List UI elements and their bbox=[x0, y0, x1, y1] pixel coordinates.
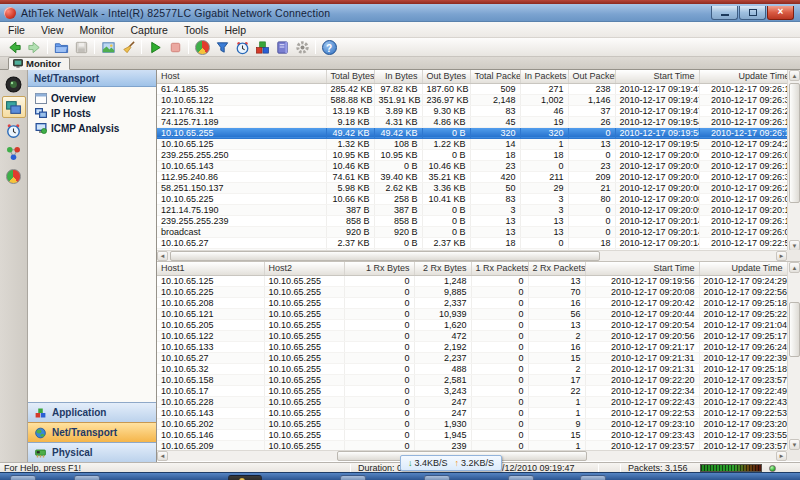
cell[interactable]: 920 B bbox=[374, 226, 422, 237]
cell[interactable]: 2010-12-17 09:20:54 bbox=[585, 319, 699, 330]
scroll-left-icon[interactable]: ◄ bbox=[157, 251, 168, 261]
cell[interactable]: 10,939 bbox=[414, 308, 471, 319]
taskbar-button[interactable] bbox=[340, 475, 366, 480]
cell[interactable]: 17 bbox=[528, 374, 585, 385]
monitor-view-button[interactable] bbox=[2, 96, 26, 118]
cell[interactable]: 247 bbox=[414, 396, 471, 407]
column-header[interactable]: Total Packets bbox=[470, 70, 520, 83]
cell[interactable]: 0 bbox=[344, 429, 414, 440]
cell[interactable]: 23 bbox=[470, 160, 520, 171]
host-table-hscrollbar[interactable]: ◄ ► bbox=[157, 250, 787, 261]
cell[interactable]: 2010-12-17 09:23:20 bbox=[699, 418, 787, 429]
cell[interactable]: 2010-12-17 09:20:44 bbox=[585, 308, 699, 319]
cell[interactable]: 236.97 KB bbox=[422, 94, 470, 105]
cell[interactable]: 3 bbox=[520, 193, 568, 204]
cell[interactable]: 10.10.65.255 bbox=[264, 418, 344, 429]
cell[interactable]: 0 bbox=[344, 275, 414, 286]
table-row[interactable]: 61.4.185.35285.42 KB97.82 KB187.60 KB509… bbox=[157, 83, 787, 94]
scroll-right-icon[interactable]: ► bbox=[776, 251, 787, 261]
cell[interactable]: 10.10.65.255 bbox=[264, 374, 344, 385]
cell[interactable]: 13 bbox=[470, 226, 520, 237]
open-button[interactable] bbox=[51, 39, 71, 56]
cell[interactable]: 2010-12-17 09:26:3 bbox=[699, 94, 787, 105]
cell[interactable]: 2.37 KB bbox=[326, 237, 374, 248]
cell[interactable]: 351.91 KB bbox=[374, 94, 422, 105]
scheduler-view-button[interactable] bbox=[2, 119, 26, 141]
cell[interactable]: 10.46 KB bbox=[326, 160, 374, 171]
cell[interactable]: 2010-12-17 09:26:2 bbox=[699, 182, 787, 193]
cell[interactable]: 3 bbox=[470, 204, 520, 215]
cell[interactable]: 10.10.65.255 bbox=[264, 341, 344, 352]
table-row[interactable]: 10.10.65.12210.10.65.2550472022010-12-17… bbox=[157, 330, 787, 341]
cell[interactable]: 2010-12-17 09:20:1 bbox=[699, 204, 787, 215]
cell[interactable]: 13 bbox=[528, 319, 585, 330]
cell[interactable]: 239 bbox=[414, 440, 471, 450]
cell[interactable]: 2010-12-17 09:23:55 bbox=[699, 429, 787, 440]
pair-table-vscrollbar[interactable]: ▲ ▼ bbox=[787, 262, 800, 450]
table-row[interactable]: 10.10.65.13310.10.65.25502,1920162010-12… bbox=[157, 341, 787, 352]
cell[interactable]: 13 bbox=[568, 138, 615, 149]
table-row[interactable]: 121.14.75.190387 B387 B0 B3302010-12-17 … bbox=[157, 204, 787, 215]
cell[interactable]: 2010-12-17 09:19:56 bbox=[615, 138, 699, 149]
cell[interactable]: 50 bbox=[470, 182, 520, 193]
cell[interactable]: 0 bbox=[471, 429, 528, 440]
cell[interactable]: 21 bbox=[568, 182, 615, 193]
tree-item-overview[interactable]: Overview bbox=[35, 91, 156, 106]
cell[interactable]: 0 bbox=[344, 341, 414, 352]
options-button[interactable] bbox=[292, 39, 312, 56]
help-button[interactable]: ? bbox=[319, 39, 339, 56]
table-row[interactable]: 58.251.150.1375.98 KB2.62 KB3.36 KB50292… bbox=[157, 182, 787, 193]
cell[interactable]: 2010-12-17 09:20:14 bbox=[615, 237, 699, 248]
cell[interactable]: 0 bbox=[520, 160, 568, 171]
column-header[interactable]: Out Packets bbox=[568, 70, 615, 83]
cell[interactable]: 588.88 KB bbox=[326, 94, 374, 105]
table-row[interactable]: 10.10.65.20210.10.65.25501,930092010-12-… bbox=[157, 418, 787, 429]
scroll-down-icon[interactable]: ▼ bbox=[789, 439, 800, 450]
cell[interactable]: 10.10.65.32 bbox=[157, 363, 264, 374]
column-header[interactable]: Update Time bbox=[699, 70, 787, 83]
cell[interactable]: 2010-12-17 09:20:00 bbox=[615, 160, 699, 171]
cell[interactable]: 3,243 bbox=[414, 385, 471, 396]
cell[interactable]: 16 bbox=[528, 341, 585, 352]
cell[interactable]: 2010-12-17 09:20:14 bbox=[615, 226, 699, 237]
column-header[interactable]: In Packets bbox=[520, 70, 568, 83]
cell[interactable]: 2010-12-17 09:20:09 bbox=[615, 204, 699, 215]
cell[interactable]: 10.10.65.255 bbox=[264, 429, 344, 440]
cell[interactable]: 0 bbox=[344, 418, 414, 429]
cell[interactable]: 2010-12-17 09:23:43 bbox=[585, 429, 699, 440]
cell[interactable]: 0 bbox=[471, 352, 528, 363]
cell[interactable]: 0 B bbox=[422, 149, 470, 160]
cell[interactable]: 10.10.65.122 bbox=[157, 330, 264, 341]
cell[interactable]: 2010-12-17 09:20:00 bbox=[615, 149, 699, 160]
cell[interactable]: 2,192 bbox=[414, 341, 471, 352]
cell[interactable]: 10.10.65.255 bbox=[157, 127, 326, 138]
cell[interactable]: 1,248 bbox=[414, 275, 471, 286]
cell[interactable]: 10.66 KB bbox=[326, 193, 374, 204]
cell[interactable]: 221.176.31.1 bbox=[157, 105, 326, 116]
cell[interactable]: 2010-12-17 09:26:24 bbox=[699, 341, 787, 352]
cell[interactable]: 1 bbox=[528, 396, 585, 407]
cell[interactable]: 10.10.65.143 bbox=[157, 407, 264, 418]
cell[interactable]: 2010-12-17 09:20:08 bbox=[585, 286, 699, 297]
cell[interactable]: 2010-12-17 09:20:00 bbox=[615, 171, 699, 182]
cell[interactable]: 858 B bbox=[374, 215, 422, 226]
cell[interactable]: 209 bbox=[568, 171, 615, 182]
cell[interactable]: 3.36 KB bbox=[422, 182, 470, 193]
cell[interactable]: 2010-12-17 09:22:43 bbox=[585, 396, 699, 407]
table-row[interactable]: broadcast920 B920 B0 B131302010-12-17 09… bbox=[157, 226, 787, 237]
cell[interactable]: 2010-12-17 09:23:57 bbox=[699, 440, 787, 450]
scroll-up-icon[interactable]: ▲ bbox=[789, 262, 800, 273]
table-row[interactable]: 10.10.65.22810.10.65.2550247012010-12-17… bbox=[157, 396, 787, 407]
cell[interactable]: 13 bbox=[470, 215, 520, 226]
cell[interactable]: 387 B bbox=[374, 204, 422, 215]
maximize-button[interactable] bbox=[739, 6, 766, 20]
column-header[interactable]: Start Time bbox=[585, 262, 699, 275]
cell[interactable]: 2 bbox=[528, 363, 585, 374]
cell[interactable]: 29 bbox=[520, 182, 568, 193]
column-header[interactable]: Total Bytes bbox=[326, 70, 374, 83]
cell[interactable]: 10.10.65.17 bbox=[157, 385, 264, 396]
column-header[interactable]: 1 Rx Packets bbox=[471, 262, 528, 275]
column-header[interactable]: 1 Rx Bytes bbox=[344, 262, 414, 275]
cell[interactable]: 211 bbox=[520, 171, 568, 182]
cell[interactable]: 0 bbox=[568, 204, 615, 215]
